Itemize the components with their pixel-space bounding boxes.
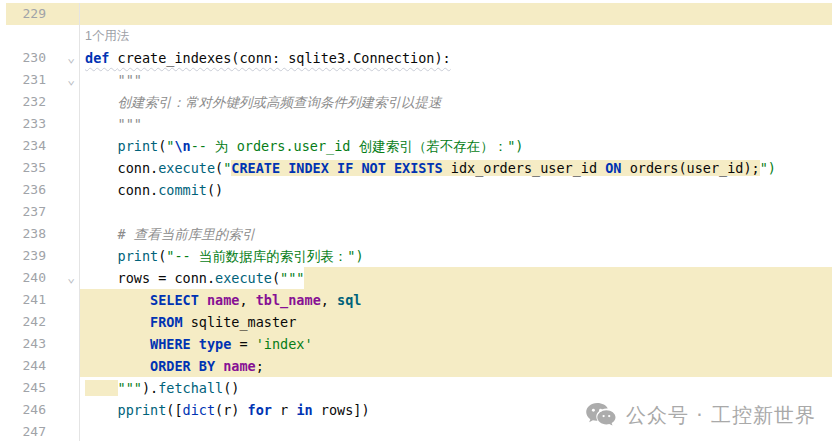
line-number[interactable]: 246 [0,399,46,421]
wechat-icon [586,403,617,428]
code-content[interactable]: print("-- 当前数据库的索引列表：") [80,245,832,267]
code-token: () [207,182,223,198]
fold-gutter [46,135,79,157]
code-content[interactable]: conn.execute("CREATE INDEX IF NOT EXISTS… [80,157,832,179]
code-token [191,336,199,352]
code-content[interactable]: conn.commit() [80,179,832,201]
chevron-down-icon[interactable]: ⌄ [46,47,79,69]
fold-gutter [46,25,79,47]
gutter: 234 [0,135,80,157]
code-text: print("-- 当前数据库的索引列表：") [85,245,364,267]
code-token: -- 为 orders.user_id 创建索引（若不存在）： [191,138,507,154]
code-token: pprint [118,402,167,418]
fold-gutter [46,311,79,333]
fold-gutter [46,179,79,201]
line-number[interactable]: 232 [0,91,46,113]
code-line: 233 """ [0,113,832,135]
line-number[interactable]: 230 [0,47,46,69]
code-content[interactable] [80,3,832,25]
gutter: 244 [0,355,80,377]
code-token: for [248,402,272,418]
chevron-down-icon[interactable]: ⌄ [46,267,79,289]
line-number[interactable]: 231 [0,69,46,91]
code-content[interactable]: FROM sqlite_master [80,311,832,333]
code-content[interactable]: WHERE type = 'index' [80,333,832,355]
code-token [85,336,150,352]
code-token: sql [337,292,361,308]
code-text: 创建索引：常对外键列或高频查询条件列建索引以提速 [85,91,442,113]
code-text: ORDER BY name; [85,355,264,377]
code-content[interactable]: """).fetchall() [80,377,832,399]
code-content[interactable]: ORDER BY name; [80,355,832,377]
code-token: () [223,380,239,396]
code-text: pprint([dict(r) for r in rows]) [85,399,370,421]
code-token: ). [142,380,158,396]
code-token: name [207,292,240,308]
code-text: # 查看当前库里的索引 [85,223,255,245]
code-line: 240⌄ rows = conn.execute(""" [0,267,832,289]
code-token: ORDER BY [150,358,215,374]
fold-gutter [46,113,79,135]
code-text: WHERE type = 'index' [85,333,313,355]
code-editor: 2291个用法230⌄def create_indexes(conn: sqli… [0,0,832,441]
code-content[interactable]: """ [80,113,832,135]
line-number[interactable]: 235 [0,157,46,179]
code-token [199,292,207,308]
code-token: conn. [85,160,158,176]
gutter: 230⌄ [0,47,80,69]
inlay-usage-hint[interactable]: 1个用法 [80,25,832,47]
line-number[interactable]: 229 [0,3,46,25]
code-token: "-- 当前数据库的索引列表：") [166,248,363,264]
code-token: """ [280,270,304,286]
chevron-down-icon[interactable]: ⌄ [46,69,79,91]
code-content[interactable] [80,201,832,223]
code-text: SELECT name, tbl_name, sql [85,289,361,311]
fold-gutter [46,245,79,267]
code-line: 242 FROM sqlite_master [0,311,832,333]
code-token [85,358,150,374]
code-content[interactable]: def create_indexes(conn: sqlite3.Connect… [80,47,832,69]
code-text: """ [85,113,142,135]
line-number[interactable]: 237 [0,201,46,223]
code-token: """ [85,116,142,132]
line-number[interactable]: 240 [0,267,46,289]
line-number[interactable]: 244 [0,355,46,377]
gutter: 242 [0,311,80,333]
code-line: 230⌄def create_indexes(conn: sqlite3.Con… [0,47,832,69]
code-token: def [85,50,118,66]
line-number[interactable]: 245 [0,377,46,399]
code-text: conn.commit() [85,179,223,201]
gutter: 229 [0,3,80,25]
gutter: 246 [0,399,80,421]
code-content[interactable]: print("\n-- 为 orders.user_id 创建索引（若不存在）：… [80,135,832,157]
line-number[interactable]: 239 [0,245,46,267]
code-content[interactable]: rows = conn.execute(""" [80,267,832,289]
code-token [85,248,118,264]
code-line: 239 print("-- 当前数据库的索引列表：") [0,245,832,267]
code-content[interactable]: """ [80,69,832,91]
gutter: 240⌄ [0,267,80,289]
line-number[interactable]: 241 [0,289,46,311]
code-token: ") [507,138,523,154]
line-number[interactable]: 247 [0,421,46,441]
code-token: WHERE [150,336,191,352]
code-content[interactable]: SELECT name, tbl_name, sql [80,289,832,311]
gutter: 241 [0,289,80,311]
line-number[interactable]: 233 [0,113,46,135]
line-number[interactable]: 234 [0,135,46,157]
gutter: 235 [0,157,80,179]
code-content[interactable]: # 查看当前库里的索引 [80,223,832,245]
code-content[interactable]: 创建索引：常对外键列或高频查询条件列建索引以提速 [80,91,832,113]
gutter: 236 [0,179,80,201]
code-token: conn. [85,182,158,198]
line-number[interactable]: 243 [0,333,46,355]
fold-gutter [46,157,79,179]
code-token: ; [256,358,264,374]
usage-hint-label[interactable]: 1个用法 [85,25,129,47]
gutter: 247 [0,421,80,441]
gutter: 237 [0,201,80,223]
line-number[interactable]: 238 [0,223,46,245]
line-number[interactable]: 242 [0,311,46,333]
code-token: idx_orders_user_id [443,160,606,176]
line-number[interactable]: 236 [0,179,46,201]
